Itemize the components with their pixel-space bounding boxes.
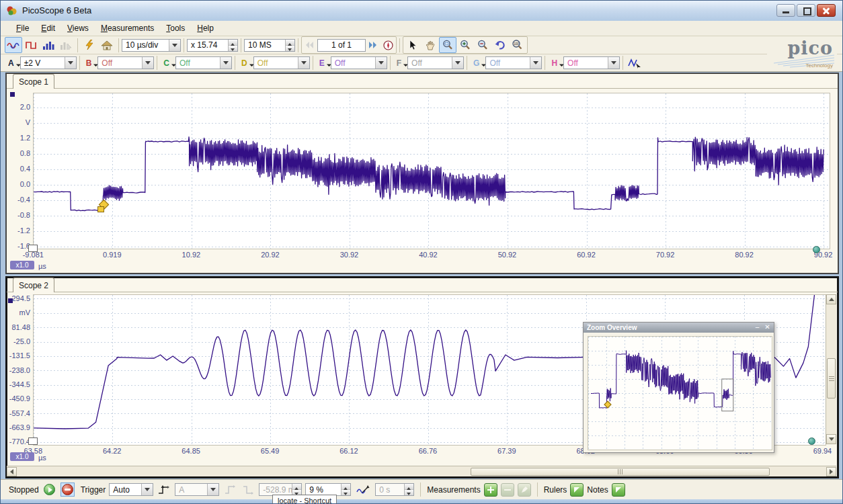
channel-c-label: C [163,58,169,68]
chevron-down-icon[interactable] [220,57,231,69]
title-bar[interactable]: PicoScope 6 Beta [1,1,842,22]
overview-close-button[interactable]: ✕ [763,324,772,331]
scope2-zoom-badge[interactable]: x1.0 [10,452,34,461]
scope1-trigger-flag[interactable] [97,206,104,212]
timebase-value: 10 µs/div [126,40,158,50]
hand-icon [426,40,436,50]
spinner-buttons[interactable] [341,484,350,495]
notes-label: Notes [587,485,608,495]
vertical-scroll-thumb[interactable] [827,358,836,398]
scope1-offset-handle[interactable] [28,245,38,252]
start-button[interactable] [42,483,57,497]
previous-buffer-button[interactable] [303,37,317,53]
buffer-overview-button[interactable] [380,37,395,53]
plot1-ytick: -1.2 [2,226,30,235]
scroll-left-button[interactable] [7,467,17,476]
plot2-xtick: 64.85 [173,447,209,455]
chevron-down-icon[interactable] [141,484,153,495]
trigger-delay-spinner: 0 s [375,483,414,496]
menu-item-views[interactable]: Views [61,22,95,35]
trigger-mode-select[interactable]: Auto [109,483,153,496]
home-icon [101,40,113,50]
chevron-down-icon[interactable] [608,57,619,69]
autosetup-button[interactable] [81,37,98,53]
stop-icon [62,484,73,495]
next-buffer-button[interactable] [366,37,380,53]
close-button[interactable] [817,4,836,17]
spectrum-view-button[interactable] [40,37,57,53]
zoom-in-tool[interactable] [456,37,474,53]
scope-view-button[interactable] [5,37,22,53]
rulers-button[interactable] [570,483,584,497]
zoom-overview-plot[interactable] [588,336,772,450]
windowed-zoom-tool[interactable] [439,37,456,53]
main-toolbar: 10 µs/div x 15.74 10 MS 1 of 1 [1,36,842,54]
channel-h-range-select[interactable]: Off [563,56,620,69]
menu-item-help[interactable]: Help [191,22,220,35]
square-wave-icon [26,40,37,50]
buffer-page-box[interactable]: 1 of 1 [317,39,366,52]
add-measurement-button[interactable] [484,483,497,497]
chevron-down-icon[interactable] [65,57,76,69]
vertical-scrollbar[interactable] [826,294,836,444]
chevron-down-icon[interactable] [169,40,180,51]
menu-item-tools[interactable]: Tools [160,22,191,35]
channel-e-range-select[interactable]: Off [331,56,387,69]
zoom-overview-titlebar[interactable]: Zoom Overview [584,323,774,333]
stop-button[interactable] [61,482,75,497]
samples-spinner[interactable]: 10 MS [244,39,295,52]
undo-zoom-button[interactable] [491,37,509,53]
chevron-down-icon[interactable] [530,57,541,69]
persistence-view-button[interactable] [22,37,40,53]
hand-tool[interactable] [422,37,439,53]
maximize-button[interactable] [797,4,815,17]
locate-trigger-button[interactable] [354,483,372,497]
menu-item-edit[interactable]: Edit [35,22,61,35]
tab-scope2[interactable]: Scope 2 [13,278,54,292]
channel-f-range-select[interactable]: Off [407,56,464,69]
scope1-plot[interactable] [33,93,830,249]
menu-item-measurements[interactable]: Measurements [95,22,160,35]
scope1-zoom-badge[interactable]: x1.0 [10,261,34,269]
channel-d-range-value: Off [257,58,268,68]
channel-c-range-select[interactable]: Off [175,56,232,69]
timebase-select[interactable]: 10 µs/div [122,39,181,52]
channel-b-range-select[interactable]: Off [97,56,154,69]
trigger-source-select: A [175,483,219,496]
edit-measurement-button [518,483,531,497]
home-button[interactable] [98,37,116,53]
tab-scope1[interactable]: Scope 1 [13,74,54,89]
spinner-buttons[interactable] [228,40,237,51]
notes-button[interactable] [612,483,625,497]
separator [118,38,119,52]
plot1-xtick: 50.92 [489,251,525,259]
zoom-full-button[interactable]: 100 [509,37,526,53]
chevron-down-icon[interactable] [298,57,309,69]
channel-a-range-select[interactable]: ±2 V [20,56,77,69]
chevron-down-icon[interactable] [452,57,463,69]
horizontal-scrollbar[interactable] [7,466,836,476]
scroll-down-button[interactable] [826,434,836,444]
channel-g-range-select[interactable]: Off [485,56,542,69]
scroll-up-button[interactable] [826,294,836,304]
overview-minimize-button[interactable]: – [753,324,762,331]
zoom-out-tool[interactable] [474,37,491,53]
menu-item-file[interactable]: File [10,22,35,35]
zoom-factor-spinner[interactable]: x 15.74 [187,39,238,52]
chevron-down-icon[interactable] [142,57,153,69]
plot1-canvas [34,93,830,249]
horizontal-scroll-thumb[interactable] [471,468,770,476]
channel-d-range-select[interactable]: Off [253,56,310,69]
scroll-right-button[interactable] [826,467,836,476]
plot1-ytick: V [2,118,30,126]
math-channels-button[interactable] [626,55,643,71]
channel-g-label: G [473,58,479,68]
scope2-offset-handle[interactable] [28,437,38,445]
minimize-button[interactable] [776,4,795,17]
channel-f-range-value: Off [411,58,422,68]
chevron-down-icon[interactable] [375,57,387,69]
zoom-overview-window[interactable]: Zoom Overview – ✕ [583,322,774,453]
normal-selection-tool[interactable] [404,37,422,53]
spinner-buttons[interactable] [285,40,294,51]
advanced-trigger-button[interactable] [157,483,171,497]
